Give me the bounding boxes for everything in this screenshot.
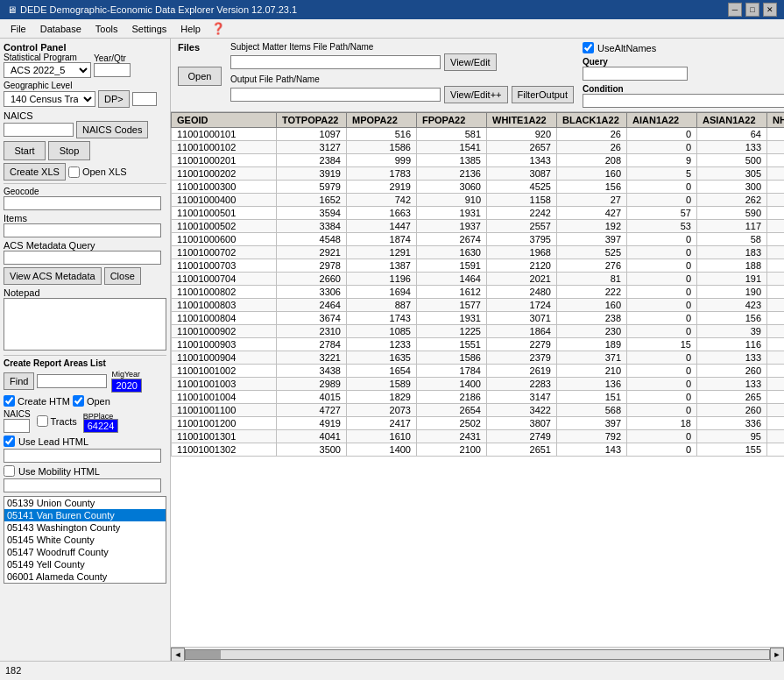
query-input[interactable]: stab='DC' [583, 67, 688, 81]
table-row[interactable]: 1100100070426601196146420218101910 [172, 273, 785, 286]
county-item-06003[interactable]: 06003 Alpine County [4, 583, 166, 584]
filter-output-button[interactable]: FilterOutput [512, 86, 574, 103]
use-mobility-checkbox[interactable] [4, 465, 15, 477]
table-row[interactable]: 11001000300597929193060452515603000 [172, 181, 785, 194]
table-row[interactable]: 1100100080324648871577172416004230 [172, 299, 785, 312]
output-file-path-input[interactable]: C:\dede\api_items_acs22_base.dbf [230, 88, 441, 102]
view-edit-button[interactable]: View/Edit [444, 53, 497, 71]
geographic-level-select[interactable]: 140 Census Tract [4, 91, 95, 107]
county-list[interactable]: 05139 Union County 05141 Van Buren Count… [4, 496, 166, 584]
title-bar-controls[interactable]: ─ □ ✕ [728, 3, 777, 17]
acs-meta-input[interactable]: BG='1' [4, 251, 161, 265]
col-white1a22[interactable]: WHITE1A22 [487, 113, 557, 128]
year-qtr-input[interactable]: 23Q2 [94, 63, 131, 77]
table-row[interactable]: 11001000400165274291011582702620 [172, 194, 785, 207]
table-row[interactable]: 110010005023384144719372557192531170 [172, 220, 785, 233]
col-black1a22[interactable]: BLACK1A22 [557, 113, 627, 128]
menu-file[interactable]: File [4, 19, 33, 39]
table-cell: 133 [697, 141, 767, 154]
find-input[interactable]: 48201 Harris [37, 374, 107, 388]
county-item-05141[interactable]: 05141 Van Buren County [4, 509, 166, 521]
statistical-program-select[interactable]: ACS 2022_5 [4, 62, 91, 78]
table-row[interactable]: 110010011004727207326543422568026014 [172, 404, 785, 417]
county-item-05143[interactable]: 05143 Washington County [4, 521, 166, 534]
col-aian1a22[interactable]: AIAN1A22 [627, 113, 697, 128]
minimize-button[interactable]: ─ [728, 3, 742, 17]
county-item-06001[interactable]: 06001 Alameda County [4, 570, 166, 583]
col-fpopa22[interactable]: FPOPA22 [417, 113, 487, 128]
county-item-05145[interactable]: 05145 White County [4, 534, 166, 546]
table-row[interactable]: 11001000904322116351586237937101330 [172, 351, 785, 365]
dp-value-input[interactable]: 140 [132, 92, 157, 106]
table-row[interactable]: 11001000804367417431931307123801560 [172, 312, 785, 325]
naics-codes-button[interactable]: NAICS Codes [76, 121, 148, 138]
data-grid[interactable]: GEOID TOTPOPA22 MPOPA22 FPOPA22 WHITE1A2… [171, 112, 784, 647]
use-alt-names-checkbox[interactable] [583, 42, 594, 53]
scroll-left-button[interactable]: ◄ [171, 648, 185, 662]
stop-button[interactable]: Stop [48, 141, 90, 160]
naics-input[interactable]: 51311 [4, 123, 74, 137]
table-row[interactable]: 11001001004401518292186314715102650 [172, 391, 785, 404]
col-geoid[interactable]: GEOID [172, 113, 277, 128]
table-row[interactable]: 1100100130140411610243127497920950 [172, 430, 785, 443]
horizontal-scrollbar[interactable] [185, 649, 770, 660]
table-row[interactable]: 11001000802330616941612248022201900 [172, 286, 785, 299]
table-row[interactable]: 1100100060045481874267437953970580 [172, 233, 785, 246]
lead-html-path-input[interactable]: c:\dede\lead.html [4, 449, 161, 463]
col-nhopi1a22[interactable]: NHOPI1A22 [767, 113, 785, 128]
county-item-05139[interactable]: 05139 Union County [4, 497, 166, 509]
table-row[interactable]: 11001001302350014002100265114301550 [172, 443, 785, 457]
menu-database[interactable]: Database [33, 19, 88, 39]
menu-settings[interactable]: Settings [125, 19, 174, 39]
subject-matter-path-input[interactable]: C:\dede\api_items_acs22_base.txt [230, 55, 441, 69]
table-cell: 3422 [487, 404, 557, 417]
col-totpopa22[interactable]: TOTPOPA22 [277, 113, 347, 128]
table-row[interactable]: 11001001003298915891400228313601330 [172, 378, 785, 391]
view-acs-meta-button[interactable]: View ACS Metadata [4, 267, 102, 285]
scroll-right-button[interactable]: ► [770, 648, 784, 662]
table-cell: 262 [697, 194, 767, 207]
items-input[interactable]: NAME,B01001_001E,B19013_001E [4, 223, 161, 237]
open-checkbox[interactable] [73, 395, 84, 407]
close-window-button[interactable]: ✕ [763, 3, 777, 17]
create-xls-button[interactable]: Create XLS [4, 163, 66, 181]
notepad-textarea[interactable] [4, 298, 166, 351]
mobility-html-path-input[interactable]: c:\dede\movers06019.html [4, 478, 161, 492]
table-row[interactable]: 11001000702292112911630196852501830 [172, 246, 785, 259]
status-value: 182 [5, 665, 21, 676]
table-row[interactable]: 110010001011097516581920260640 [172, 128, 785, 141]
county-item-05147[interactable]: 05147 Woodruff County [4, 546, 166, 558]
create-xls-row: Create XLS Open XLS [4, 163, 166, 181]
close-button[interactable]: Close [104, 267, 141, 285]
naics2-input[interactable]: 3 [4, 419, 30, 433]
dp-button[interactable]: DP> [98, 90, 130, 108]
table-row[interactable]: 110010012004919241725023807397183360 [172, 417, 785, 430]
col-asian1a22[interactable]: ASIAN1A22 [697, 113, 767, 128]
condition-input[interactable]: {substr(geoid,1,5)='06019' .or. substr(g… [583, 94, 784, 108]
col-mpopa22[interactable]: MPOPA22 [347, 113, 417, 128]
menu-help[interactable]: Help [173, 19, 208, 39]
use-lead-html-checkbox[interactable] [4, 436, 15, 447]
geocode-input[interactable]: 140-19-5-04013216813 [4, 196, 161, 210]
table-row[interactable]: 11001001002343816541784261921002600 [172, 365, 785, 378]
scrollbar-thumb[interactable] [186, 650, 221, 659]
county-item-05149[interactable]: 05149 Yell County [4, 558, 166, 570]
maximize-button[interactable]: □ [745, 3, 759, 17]
menu-tools[interactable]: Tools [88, 19, 125, 39]
table-row[interactable]: 110010002023919178321363087160530536 [172, 167, 785, 181]
table-row[interactable]: 11001000703297813871591212027601880 [172, 259, 785, 273]
table-cell: 3807 [487, 417, 557, 430]
table-row[interactable]: 1100100050135941663193122424275759022 [172, 207, 785, 220]
tracts-checkbox[interactable] [37, 415, 48, 427]
table-row[interactable]: 1100100090223101085122518642300390 [172, 325, 785, 338]
start-button[interactable]: Start [4, 141, 46, 160]
open-button[interactable]: Open [178, 67, 222, 86]
open-xls-checkbox[interactable] [68, 166, 80, 178]
create-html-checkbox[interactable] [4, 395, 15, 407]
table-row[interactable]: 1100100020123849991385134320895000 [172, 154, 785, 167]
table-cell: 26 [557, 141, 627, 154]
find-button[interactable]: Find [4, 372, 34, 390]
table-row[interactable]: 110010009032784123315512279189151160 [172, 338, 785, 351]
table-row[interactable]: 1100100010231271586154126572601330 [172, 141, 785, 154]
view-edit-plus-button[interactable]: View/Edit++ [444, 86, 508, 103]
